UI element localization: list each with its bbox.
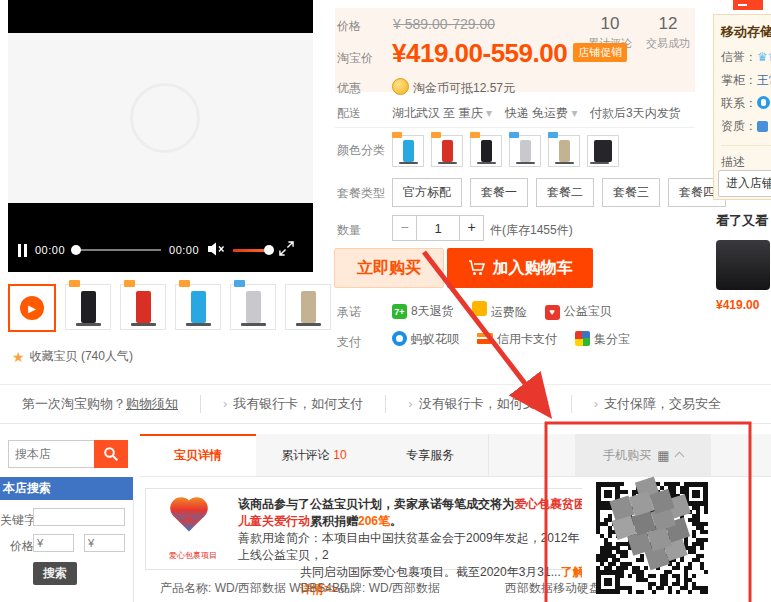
shop-title[interactable]: 移动存储在 xyxy=(721,23,771,41)
also-viewed-price: ¥419.00 xyxy=(716,298,771,312)
stat-deals[interactable]: 12 交易成功 xyxy=(646,14,690,51)
tab-exclusive-service[interactable]: 专享服务 xyxy=(372,434,489,476)
package-option[interactable]: 套餐三 xyxy=(602,178,660,207)
thumbnail-video[interactable]: ▶ xyxy=(8,284,56,332)
credit-card-icon xyxy=(477,333,493,344)
product-image xyxy=(136,291,151,323)
package-options: 官方标配 套餐一 套餐二 套餐三 套餐四 xyxy=(392,178,726,207)
thumbnail-product-black[interactable] xyxy=(65,284,111,330)
product-name-meta: 产品名称: WD/西部数据 WDBS4B0... xyxy=(160,580,357,597)
payment-creditcard[interactable]: 信用卡支付 xyxy=(477,331,557,348)
price-filter-label: 价格 xyxy=(10,538,34,555)
thumb-badge xyxy=(179,280,190,287)
buy-now-button[interactable]: 立即购买 xyxy=(334,248,444,288)
price-max-input[interactable] xyxy=(84,534,125,552)
video-time-total: 00:00 xyxy=(169,244,199,256)
help-link-secure-pay[interactable]: ›支付保障，交易安全 xyxy=(572,395,743,413)
color-swatch-silver[interactable] xyxy=(509,135,541,167)
tab-item-detail[interactable]: 宝贝详情 xyxy=(140,434,257,476)
thumbnail-product-silver[interactable] xyxy=(230,284,276,330)
fullscreen-icon[interactable] xyxy=(279,241,294,259)
help-link-have-card[interactable]: ›我有银行卡，如何支付 xyxy=(201,395,386,413)
thumbnail-product-gold[interactable] xyxy=(285,284,331,330)
swatch-image xyxy=(442,140,453,162)
package-option[interactable]: 套餐一 xyxy=(470,178,528,207)
detail-tab-bar: 宝贝详情 累计评论10 专享服务 手机购买 ▦ xyxy=(140,434,771,477)
shopping-guide-link[interactable]: 购物须知 xyxy=(126,396,178,411)
help-link-no-card[interactable]: ›没有银行卡，如何支付 xyxy=(386,395,571,413)
also-viewed-product-image[interactable] xyxy=(716,240,770,290)
heart-logo-icon xyxy=(173,500,204,531)
video-player[interactable]: 00:00 00:00 xyxy=(8,0,313,272)
swatch-image xyxy=(481,140,492,162)
volume-handle[interactable] xyxy=(264,245,274,255)
favorite-label: 收藏宝贝 (740人气) xyxy=(30,348,133,365)
huabei-icon xyxy=(392,331,407,346)
return-7plus-icon: 7+ xyxy=(392,304,407,319)
quantity-stepper: − + xyxy=(392,215,484,241)
delivery-method[interactable]: 快递 免运费 xyxy=(505,106,568,120)
thumbnail-product-blue[interactable] xyxy=(175,284,221,330)
favorite-button[interactable]: ★ 收藏宝贝 (740人气) xyxy=(12,348,133,365)
progress-handle[interactable] xyxy=(71,245,81,255)
package-label: 套餐类型 xyxy=(337,185,385,202)
volume-slider[interactable] xyxy=(233,249,271,252)
quantity-plus-button[interactable]: + xyxy=(459,215,484,241)
wangwang-icon[interactable] xyxy=(757,96,770,109)
video-progress-bar[interactable] xyxy=(73,249,161,251)
qr-mini-icon: ▦ xyxy=(657,448,669,463)
divider xyxy=(335,127,695,128)
product-image xyxy=(246,291,261,323)
color-swatches xyxy=(392,135,619,167)
color-swatch-black[interactable] xyxy=(470,135,502,167)
product-image xyxy=(191,291,206,323)
enter-shop-button[interactable]: 进入店铺 xyxy=(718,170,771,197)
delivery-route[interactable]: 湖北武汉 至 重庆 xyxy=(392,106,483,120)
red-badge[interactable] xyxy=(733,0,763,10)
thumb-badge xyxy=(124,280,135,287)
payment-jifenbao[interactable]: 集分宝 xyxy=(575,331,630,348)
qr-finder xyxy=(684,482,708,506)
quantity-minus-button[interactable]: − xyxy=(392,215,417,241)
charity-fund-intro: 善款用途简介：本项目由中国扶贫基金会于2009年发起，2012年上线公益宝贝，2 xyxy=(238,530,586,564)
color-swatch-dark[interactable] xyxy=(587,135,619,167)
promise-freight[interactable]: 运费险 xyxy=(472,301,527,321)
delivery-label: 配送 xyxy=(337,105,361,122)
color-swatch-gold[interactable] xyxy=(548,135,580,167)
caret-down-icon[interactable]: ▾ xyxy=(486,106,492,120)
phone-buy-toggle[interactable]: 手机购买 ▦ xyxy=(575,434,711,476)
shop-search-sidebar: 本店搜索 关键字 价格 搜索 xyxy=(0,430,135,602)
price-min-input[interactable] xyxy=(33,534,74,552)
add-to-cart-button[interactable]: 加入购物车 xyxy=(447,248,593,288)
payment-huabei[interactable]: 蚂蚁花呗 xyxy=(392,331,459,348)
color-swatch-red[interactable] xyxy=(431,135,463,167)
quantity-input[interactable] xyxy=(417,215,459,241)
video-screen xyxy=(8,33,313,203)
package-option[interactable]: 官方标配 xyxy=(392,178,462,207)
brand-meta: 品牌: WD/西部数据 xyxy=(338,580,440,597)
color-swatch-blue[interactable] xyxy=(392,135,424,167)
package-option[interactable]: 套餐二 xyxy=(536,178,594,207)
filter-search-button[interactable]: 搜索 xyxy=(33,562,77,585)
promo-badge[interactable]: 店铺促销 xyxy=(573,43,627,62)
pause-icon[interactable] xyxy=(18,244,27,257)
promise-charity[interactable]: ♥公益宝贝 xyxy=(545,303,612,320)
payment-row: 蚂蚁花呗 信用卡支付 集分宝 xyxy=(392,331,630,348)
tab-reviews[interactable]: 累计评论10 xyxy=(256,434,373,476)
caret-down-icon[interactable]: ▾ xyxy=(571,106,577,120)
swatch-tag xyxy=(431,132,441,138)
also-viewed-section: 看了又看 ¥419.00 xyxy=(716,212,771,312)
shop-search-button[interactable] xyxy=(94,440,128,468)
help-links-row: 第一次淘宝购物？购物须知 ›我有银行卡，如何支付 ›没有银行卡，如何支付 ›支付… xyxy=(0,384,771,424)
qr-code[interactable] xyxy=(596,482,708,595)
mute-icon[interactable] xyxy=(207,242,225,259)
payment-label: 支付 xyxy=(337,334,361,351)
shop-search-input[interactable] xyxy=(8,440,94,468)
charity-logo: 爱心包裹项目 xyxy=(160,497,226,561)
promise-return[interactable]: 7+8天退货 xyxy=(392,303,454,320)
video-time-elapsed: 00:00 xyxy=(35,244,65,256)
thumb-badge xyxy=(69,280,80,287)
keyword-input[interactable] xyxy=(33,508,125,526)
play-icon: ▶ xyxy=(20,296,44,320)
thumbnail-product-red[interactable] xyxy=(120,284,166,330)
